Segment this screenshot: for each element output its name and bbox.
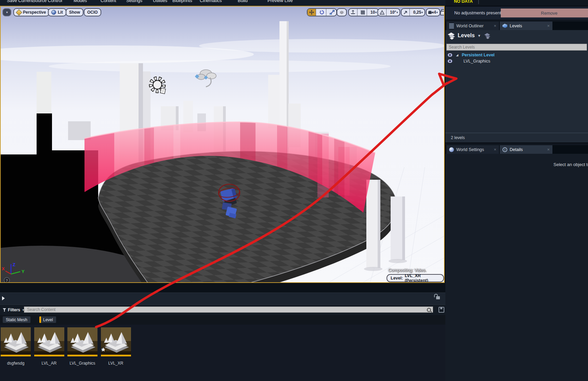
asset-type-color-bar (39, 316, 41, 323)
save-all-icon[interactable] (439, 307, 444, 313)
lit-sphere-icon (51, 10, 56, 15)
unsaved-asterisk-badge: * (102, 348, 105, 355)
composure-status-bar: NO DATA (445, 0, 588, 4)
maximize-viewport-icon[interactable] (441, 9, 445, 14)
menu-item-source-control[interactable]: Source Control (32, 0, 62, 3)
grid-icon (361, 10, 365, 14)
asset-tile-dsgfwsdg[interactable]: dsgfwsdg (1, 327, 31, 366)
menu-item-utilities[interactable]: Utilities (153, 0, 167, 3)
rotation-snap-group: 10°▾ (377, 8, 400, 16)
viewport-canvas[interactable]: Z Y X ? (1, 6, 444, 282)
tab-world-settings[interactable]: World Settings× (446, 145, 499, 154)
menu-item-blueprints[interactable]: Blueprints (172, 0, 192, 3)
close-icon[interactable]: × (547, 147, 550, 152)
menu-item-content[interactable]: Content (101, 0, 116, 3)
viewport-options-button[interactable]: ▼ (2, 8, 11, 16)
filters-button[interactable]: Filters ▼ (3, 307, 25, 313)
asset-thumbnail (67, 327, 97, 355)
viewport[interactable]: Z Y X ? ▼ Perspective Lit Show OCIO (0, 6, 445, 283)
rotation-snap-value-button[interactable]: 10°▾ (388, 9, 400, 16)
visibility-eye-icon[interactable] (447, 59, 453, 63)
surface-snap-button[interactable] (349, 9, 357, 16)
asset-tile-lvl_ar[interactable]: LVL_AR (34, 327, 64, 366)
help-icon[interactable]: ? (4, 277, 10, 282)
scale-tool-button[interactable] (328, 9, 336, 16)
chevron-down-icon: ▾ (436, 11, 438, 14)
filter-chips-row: Static MeshLevel (0, 315, 445, 325)
levels-status-bar: 2 levels (445, 133, 588, 142)
axis-y-label: Y (22, 269, 25, 274)
adjustments-row: No adjustments present. Remove (445, 6, 588, 19)
level-name: LVL_Graphics (463, 59, 490, 64)
menu-item-save-current[interactable]: Save Current (7, 0, 33, 3)
visibility-eye-icon[interactable] (447, 53, 453, 57)
menu-item-preview-live[interactable]: Preview Live (267, 0, 293, 3)
chevron-down-icon: ▼ (6, 11, 9, 14)
expand-sources-icon[interactable] (2, 296, 5, 300)
level-row-lvl_graphics[interactable]: LVL_Graphics (445, 58, 588, 64)
asset-tile-lvl_xr[interactable]: *LVL_XR (101, 327, 131, 366)
chevron-down-icon: ▾ (375, 11, 377, 14)
axis-x-label: X (2, 266, 5, 271)
compositing-status: Compositing: Video. (388, 268, 427, 273)
chevron-down-icon: ▾ (421, 11, 423, 14)
main-menu-bar: Save CurrentSource ControlModesContentSe… (0, 0, 445, 6)
right-dock-panel: NO DATA No adjustments present. Remove W… (445, 0, 588, 381)
rotate-icon (319, 10, 324, 15)
close-icon[interactable]: × (494, 23, 496, 28)
perspective-button[interactable]: Perspective (13, 8, 49, 16)
levels-small-icon[interactable] (484, 32, 491, 39)
filter-chip-static-mesh[interactable]: Static Mesh (3, 316, 30, 323)
lit-mode-button[interactable]: Lit (48, 8, 66, 16)
asset-type-color-bar (101, 355, 131, 356)
tab-label: World Settings (456, 147, 491, 152)
camera-speed-button[interactable]: 4▾ (427, 9, 440, 16)
content-search-input[interactable] (24, 307, 433, 313)
scale-snap-toggle[interactable] (402, 9, 410, 16)
rotate-tool-button[interactable] (318, 9, 326, 16)
camera-speed-value: 4 (434, 10, 436, 15)
camera-icon (428, 11, 434, 14)
grid-snap-toggle[interactable] (359, 9, 367, 16)
coordinate-system-button[interactable] (337, 8, 347, 16)
tab-label: Details (510, 147, 545, 152)
close-icon[interactable]: × (494, 147, 496, 152)
close-icon[interactable]: × (547, 23, 550, 28)
tab-label: World Outliner (456, 24, 491, 28)
levels-icon (447, 32, 456, 40)
menu-item-build[interactable]: Build (238, 0, 248, 3)
content-browser-path-bar (0, 292, 445, 305)
lock-icon[interactable] (436, 296, 440, 299)
tab-world-outliner[interactable]: World Outliner× (446, 22, 499, 30)
search-icon (427, 308, 431, 312)
scale-snap-group: 0,25▾ (401, 8, 425, 16)
lit-label: Lit (58, 10, 63, 15)
asset-tile-lvl_graphics[interactable]: LVL_Graphics (67, 327, 97, 366)
ocio-label: OCIO (87, 10, 98, 15)
chevron-down-icon[interactable]: ▼ (478, 34, 481, 38)
move-tool-button[interactable] (308, 9, 316, 16)
expander-icon[interactable]: ◢ (456, 53, 458, 57)
menu-item-cinematics[interactable]: Cinematics (200, 0, 222, 3)
current-level-badge: Level: LVL_XR (Persistent) (387, 274, 444, 282)
remove-button[interactable]: Remove (501, 9, 588, 17)
tab-levels[interactable]: Levels× (500, 22, 552, 30)
level-name: Persistent Level (462, 53, 495, 57)
tab-label: Levels (510, 24, 545, 28)
show-button[interactable]: Show (66, 8, 83, 16)
grid-snap-group: 10▾ (348, 8, 379, 16)
globe-icon (449, 147, 454, 152)
rotation-snap-toggle[interactable] (378, 9, 387, 16)
asset-type-color-bar (1, 355, 31, 356)
levels-search-input[interactable] (446, 44, 587, 51)
menu-item-settings[interactable]: Settings (126, 0, 142, 3)
level-row-persistent-level[interactable]: ◢Persistent Level (445, 52, 588, 58)
axis-z-label: Z (13, 262, 15, 267)
tab-details[interactable]: iDetails× (500, 145, 552, 154)
show-label: Show (69, 10, 80, 15)
levels-panel: Levels ▼ ◢Persistent LevelLVL_Graphics 2… (445, 30, 588, 143)
ocio-button[interactable]: OCIO (84, 8, 101, 16)
filter-chip-level[interactable]: Level (39, 316, 56, 323)
scale-snap-value-button[interactable]: 0,25▾ (411, 9, 424, 16)
menu-item-modes[interactable]: Modes (74, 0, 87, 3)
